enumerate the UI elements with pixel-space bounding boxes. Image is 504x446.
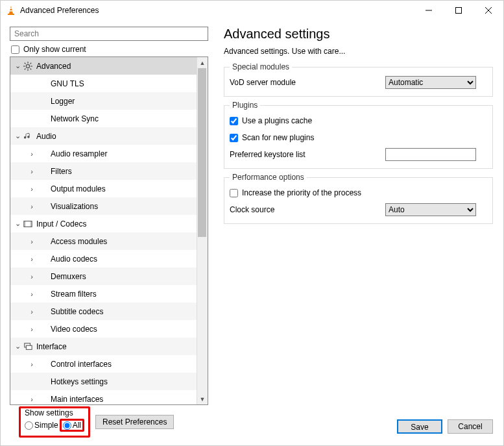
legend-plugins: Plugins [230,101,260,110]
scroll-thumb[interactable] [198,68,206,237]
chevron-right-icon[interactable]: › [27,238,36,245]
content: Only show current ⌄AdvancedGNU TLSLogger… [1,20,503,445]
tree-item-output-modules[interactable]: ›Output modules [10,180,197,197]
scan-checkbox[interactable] [230,134,238,142]
svg-line-14 [30,68,32,69]
tree-item-label: Logger [48,97,75,106]
chevron-right-icon[interactable]: › [27,360,36,368]
chevron-down-icon[interactable]: ⌄ [13,342,22,351]
left-footer: Show settings Simple All Reset Preferenc… [10,405,217,443]
scrollbar[interactable]: ▲ ▼ [197,57,208,404]
chevron-right-icon[interactable]: › [27,395,36,403]
tree-item-label: Control interfaces [48,360,112,369]
tree-item-audio-codecs[interactable]: ›Audio codecs [10,250,197,267]
tree-item-logger[interactable]: Logger [10,92,197,110]
only-show-current[interactable]: Only show current [10,45,217,54]
tree-item-audio[interactable]: ⌄Audio [10,127,197,145]
tree-item-subtitle-codecs[interactable]: ›Subtitle codecs [10,303,197,320]
tree-item-access-modules[interactable]: ›Access modules [10,232,197,250]
tree-item-advanced[interactable]: ⌄Advanced [10,57,197,75]
radio-all-input[interactable] [63,421,71,430]
tree-item-label: Audio resampler [48,149,107,158]
tree-item-video-codecs[interactable]: ›Video codecs [10,320,197,338]
priority-checkbox[interactable] [230,189,238,197]
keystore-label: Preferred keystore list [230,150,385,159]
reset-preferences-button[interactable]: Reset Preferences [95,415,174,429]
chevron-down-icon[interactable]: ⌄ [13,62,22,70]
priority-label: Increase the priority of the process [242,188,361,197]
keystore-input[interactable] [385,148,476,161]
window-title: Advanced Preferences [20,6,414,15]
legend-special-modules: Special modules [230,62,292,71]
svg-rect-21 [26,345,32,349]
tree-item-label: Video codecs [48,325,97,334]
cancel-button[interactable]: Cancel [448,419,493,434]
chevron-right-icon[interactable]: › [27,290,36,298]
page-subtitle: Advanced settings. Use with care... [224,47,493,56]
vlc-cone-icon [6,5,16,16]
tree-item-audio-resampler[interactable]: ›Audio resampler [10,145,197,162]
clock-select[interactable]: Auto [385,203,476,216]
chevron-down-icon[interactable]: ⌄ [13,219,22,228]
tree-item-interface[interactable]: ⌄Interface [10,338,197,355]
tree-viewport[interactable]: ⌄AdvancedGNU TLSLoggerNetwork Sync⌄Audio… [10,57,197,404]
page-title: Advanced settings [224,27,493,42]
svg-rect-3 [10,10,13,12]
left-pane: Only show current ⌄AdvancedGNU TLSLogger… [1,20,219,445]
tree-item-filters[interactable]: ›Filters [10,162,197,180]
chevron-right-icon[interactable]: › [27,203,36,210]
tree-item-label: Access modules [48,237,107,246]
chevron-right-icon[interactable]: › [27,167,36,175]
svg-line-13 [25,62,26,64]
audio-icon [22,132,34,141]
svg-rect-5 [456,8,462,14]
tree-item-label: Output modules [48,184,106,193]
tree-item-label: Demuxers [48,272,86,281]
scroll-down-button[interactable]: ▼ [197,393,208,404]
chevron-right-icon[interactable]: › [27,150,36,158]
cache-checkbox[interactable] [230,117,238,125]
tree-item-label: Stream filters [48,290,97,299]
tree-item-visualizations[interactable]: ›Visualizations [10,197,197,215]
svg-marker-0 [9,6,13,14]
svg-line-15 [30,62,32,64]
legend-performance: Performance options [230,173,307,182]
tree-item-hotkeys-settings[interactable]: Hotkeys settings [10,373,197,390]
tree-item-label: Filters [48,167,72,176]
close-button[interactable] [474,1,503,20]
tree-item-label: Interface [34,342,67,351]
tree-item-gnu-tls[interactable]: GNU TLS [10,75,197,92]
chevron-right-icon[interactable]: › [27,273,36,280]
tree-item-main-interfaces[interactable]: ›Main interfaces [10,390,197,404]
minimize-button[interactable] [414,1,444,20]
tree-item-stream-filters[interactable]: ›Stream filters [10,285,197,303]
tree-item-demuxers[interactable]: ›Demuxers [10,267,197,285]
maximize-button[interactable] [444,1,474,20]
right-pane: Advanced settings Advanced settings. Use… [219,20,503,445]
scroll-up-button[interactable]: ▲ [197,57,208,68]
tree-item-label: Audio codecs [48,254,97,264]
group-special-modules: Special modules VoD server module Automa… [224,62,493,97]
tree-item-label: Network Sync [48,114,99,123]
radio-all-highlight: All [60,419,84,432]
chevron-right-icon[interactable]: › [27,308,36,316]
tree-item-input-codecs[interactable]: ⌄Input / Codecs [10,215,197,232]
vod-label: VoD server module [230,78,385,87]
chevron-right-icon[interactable]: › [27,325,36,333]
tree-item-label: Advanced [34,62,71,71]
only-show-current-checkbox[interactable] [11,45,19,54]
radio-simple[interactable]: Simple [25,421,58,430]
tree-item-network-sync[interactable]: Network Sync [10,110,197,127]
tree-item-label: Audio [34,132,56,141]
tree-item-control-interfaces[interactable]: ›Control interfaces [10,355,197,373]
window: Advanced Preferences Only show current ⌄… [0,0,504,446]
svg-point-8 [26,64,29,68]
search-input[interactable] [10,27,208,41]
chevron-right-icon[interactable]: › [27,185,36,193]
radio-all[interactable]: All [63,421,81,430]
vod-select[interactable]: Automatic [385,76,476,89]
chevron-right-icon[interactable]: › [27,255,36,263]
chevron-down-icon[interactable]: ⌄ [13,132,22,140]
save-button[interactable]: Save [397,419,442,434]
radio-simple-input[interactable] [25,421,33,430]
